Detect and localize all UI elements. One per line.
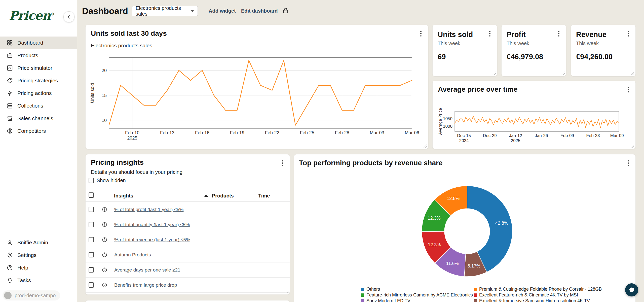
help-circle-icon[interactable] [102, 207, 107, 212]
insight-link[interactable]: Benefits from large price drop [114, 282, 177, 288]
gear-icon [7, 252, 13, 258]
insights-table-body: % of total profit (last 1 year) ≤5%% of … [86, 202, 290, 293]
table-row: Autumn Products [86, 247, 290, 262]
sidebar-item-sales-channels[interactable]: Sales channels [0, 112, 77, 125]
kebab-menu-icon[interactable] [624, 28, 632, 39]
legend-swatch [474, 293, 477, 297]
sidebar-collapse-button[interactable] [63, 11, 74, 22]
resize-handle[interactable] [493, 72, 496, 75]
column-header-insights[interactable]: Insights [114, 193, 133, 199]
help-circle-icon[interactable] [102, 282, 107, 288]
globe-icon [7, 128, 13, 134]
select-all-checkbox[interactable] [89, 192, 94, 198]
tag-icon [7, 77, 13, 84]
show-hidden-checkbox[interactable] [89, 178, 94, 183]
legend-item-sony-modern-led-tv[interactable]: Sony Modern LED TV [361, 298, 474, 302]
chevron-down-icon [191, 10, 194, 12]
legend-item-excellent-feature-rich-cinematic-4k-tv-by-msi[interactable]: Excellent Feature-rich & Cinematic 4K TV… [474, 293, 625, 297]
chat-launcher-button[interactable] [625, 283, 638, 296]
svg-text:Feb-22: Feb-22 [265, 130, 279, 135]
average-price-chart-card: Average price over time 10001050Dec-1520… [432, 81, 636, 149]
kpi-value: 69 [438, 53, 497, 61]
chart-legend: OthersFeature-rich Mirrorless Camera by … [361, 287, 625, 302]
svg-text:2025: 2025 [127, 136, 137, 141]
kebab-menu-icon[interactable] [554, 28, 563, 39]
kebab-menu-icon[interactable] [278, 158, 287, 168]
help-circle-icon[interactable] [102, 222, 107, 227]
legend-item-feature-rich-mirrorless-camera-by-acme-electronics[interactable]: Feature-rich Mirrorless Camera by ACME E… [361, 293, 474, 297]
sidebar-nav: DashboardProductsPrice simulatorPricing … [0, 37, 77, 137]
svg-text:12.3%: 12.3% [428, 216, 440, 221]
help-circle-icon[interactable] [102, 267, 107, 273]
svg-text:Average Price: Average Price [438, 108, 443, 135]
sidebar: Pricen® DashboardProductsPrice simulator… [0, 0, 77, 302]
kebab-menu-icon[interactable] [485, 28, 494, 39]
sidebar-item-collections[interactable]: Collections [0, 99, 77, 112]
row-checkbox[interactable] [89, 252, 94, 257]
legend-item-premium-cutting-edge-foldable-phone-by-corsair-128gb[interactable]: Premium & Cutting-edge Foldable Phone by… [474, 287, 625, 291]
insight-link[interactable]: % of total quantity (last 1 year) ≤5% [114, 222, 190, 227]
sidebar-item-label: Price simulator [17, 65, 52, 71]
chat-icon [628, 287, 635, 293]
sidebar-item-sniffie-admin[interactable]: Sniffie Admin [0, 236, 77, 249]
insight-link[interactable]: % of total profit (last 1 year) ≤5% [114, 207, 183, 212]
sidebar-item-label: Competitors [17, 128, 46, 134]
sidebar-item-price-simulator[interactable]: Price simulator [0, 62, 77, 74]
resize-handle[interactable] [631, 72, 634, 75]
svg-text:Units sold: Units sold [90, 83, 95, 103]
legend-item-others[interactable]: Others [361, 287, 474, 291]
sidebar-item-label: Settings [17, 252, 36, 258]
lock-icon[interactable] [282, 7, 289, 15]
show-hidden-label: Show hidden [97, 178, 126, 183]
legend-label: Sony Modern LED TV [366, 298, 410, 302]
insight-link[interactable]: Average days per one sale ≥21 [114, 267, 180, 273]
column-header-products[interactable]: Products [212, 193, 234, 199]
legend-swatch [361, 299, 364, 302]
sidebar-item-competitors[interactable]: Competitors [0, 125, 77, 137]
dashboard-selector-value: Electronics products sales [136, 5, 191, 17]
sort-ascending-icon[interactable] [204, 194, 208, 197]
edit-dashboard-button[interactable]: Edit dashboard [241, 8, 278, 14]
insight-link[interactable]: % of total revenue (last 1 year) ≤5% [114, 237, 190, 243]
sidebar-item-dashboard[interactable]: Dashboard [0, 37, 77, 49]
resize-handle[interactable] [561, 72, 565, 75]
kpi-card-profit: Profit This week €46,979.08 [501, 25, 566, 76]
column-header-time[interactable]: Time [258, 193, 270, 199]
svg-text:10: 10 [102, 118, 107, 123]
legend-item-excellent-immersive-samsung-high-resolution-4k-tv[interactable]: Excellent & Immersive Samsung High-resol… [474, 298, 625, 302]
sidebar-item-settings[interactable]: Settings [0, 249, 77, 261]
resize-handle[interactable] [424, 144, 427, 148]
add-widget-button[interactable]: Add widget [209, 8, 236, 14]
kebab-menu-icon[interactable] [624, 158, 632, 168]
sidebar-item-pricing-actions[interactable]: Pricing actions [0, 87, 77, 99]
svg-text:Jan-12: Jan-12 [509, 133, 522, 138]
dashboard-selector[interactable]: Electronics products sales [132, 6, 198, 16]
table-row: % of total profit (last 1 year) ≤5% [86, 202, 290, 217]
svg-text:Dec-15: Dec-15 [457, 133, 471, 138]
row-checkbox[interactable] [89, 237, 94, 242]
legend-swatch [474, 299, 477, 302]
legend-label: Excellent & Immersive Samsung High-resol… [479, 298, 590, 302]
row-checkbox[interactable] [89, 282, 94, 288]
sidebar-item-help[interactable]: Help [0, 261, 77, 274]
table-row: % of total quantity (last 1 year) ≤5% [86, 217, 290, 232]
svg-text:Feb-10: Feb-10 [125, 130, 139, 135]
kebab-menu-icon[interactable] [624, 84, 632, 94]
row-checkbox[interactable] [89, 267, 94, 273]
sidebar-item-label: Tasks [17, 277, 31, 283]
pricing-insights-card: Pricing insights Details you should focu… [85, 154, 290, 295]
insight-link[interactable]: Autumn Products [114, 252, 151, 258]
svg-text:11.6%: 11.6% [446, 261, 459, 266]
pricen-logo: Pricen® [9, 9, 54, 22]
help-circle-icon[interactable] [102, 252, 107, 258]
sidebar-item-tasks[interactable]: Tasks [0, 274, 77, 287]
sidebar-item-label: Pricing strategies [17, 78, 58, 84]
svg-text:Feb-19: Feb-19 [230, 130, 244, 135]
sidebar-item-pricing-strategies[interactable]: Pricing strategies [0, 74, 77, 87]
row-checkbox[interactable] [89, 222, 94, 227]
help-circle-icon[interactable] [102, 237, 107, 243]
kebab-menu-icon[interactable] [416, 28, 425, 39]
table-row: Benefits from large price drop [86, 278, 290, 293]
sidebar-item-products[interactable]: Products [0, 49, 77, 62]
row-checkbox[interactable] [89, 207, 94, 212]
